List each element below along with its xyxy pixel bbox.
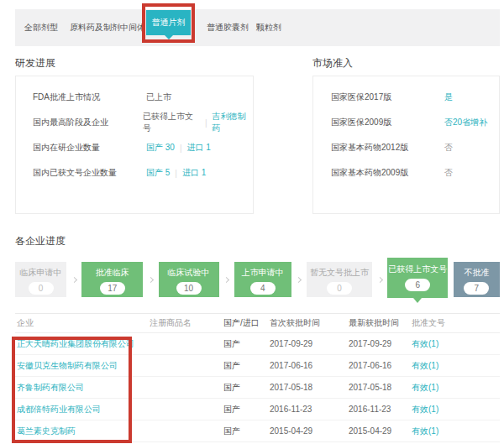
companies-table: 企业 注册商品名 国产/进口 首次获批时间 最新获批时间 批准文号 正大天晴药业… — [15, 313, 500, 442]
row-nrdl-2009: 国家医保2009版 否20省增补 — [313, 110, 499, 135]
tab-common-capsule[interactable]: 普通胶囊剂 — [207, 9, 249, 46]
caret-down-icon — [413, 298, 422, 303]
developing-import-link[interactable]: 进口 1 — [187, 142, 211, 154]
latest-approval-cell: 2017-06-16 — [349, 361, 412, 370]
tab-granules[interactable]: 颗粒剂 — [256, 9, 281, 46]
origin-cell: 国产 — [223, 338, 270, 350]
eml-2012-label: 国家基本药物2012版 — [331, 142, 444, 154]
table-row: 正大天晴药业集团股份有限公司 国产 2017-09-29 2017-09-29 … — [15, 333, 500, 355]
col-header-origin: 国产/进口 — [223, 317, 270, 329]
first-approval-cell: 2017-09-29 — [270, 339, 349, 348]
drug-detail-page: 全部剂型 原料药及制剂中间体 普通胶囊剂 颗粒剂 普通片剂 研发进展 市场准入 … — [0, 0, 504, 444]
row-eml-2009: 国家基本药物2009版 否 — [313, 160, 499, 185]
first-approval-cell: 2015-04-29 — [270, 426, 349, 436]
stage-count-badge: 0 — [327, 282, 352, 295]
stage-clinical-trial[interactable]: 临床试验中 10 — [159, 262, 219, 297]
stage-clinical-approved[interactable]: 批准临床 17 — [81, 262, 143, 297]
developing-count-label: 国内在研企业数量 — [33, 142, 146, 154]
stage-pipeline: 临床申请中 0 批准临床 17 临床试验中 10 上市申请中 4 暂无文号批上市… — [15, 259, 500, 300]
approval-number-link[interactable]: 有效(1) — [412, 360, 500, 372]
table-row: 葛兰素史克制药 国产 2015-04-29 2015-04-29 有效(1) — [15, 420, 500, 442]
stage-count-badge: 7 — [464, 282, 489, 295]
row-fda-status: FDA批准上市情况 已上市 — [16, 85, 253, 110]
table-row: 成都倍特药业有限公司 国产 2016-11-23 2016-11-23 有效(1… — [15, 399, 500, 420]
stage-not-approved[interactable]: 不批准 7 — [454, 262, 500, 297]
gilead-company-link[interactable]: 吉利德制药 — [212, 111, 253, 134]
first-approval-cell: 2017-05-18 — [270, 383, 349, 392]
approved-count-label: 国内已获文号企业数量 — [33, 167, 146, 179]
company-progress-title: 各企业进度 — [15, 234, 66, 248]
eml-2012-value: 否 — [444, 142, 453, 154]
eml-2009-value: 否 — [444, 167, 453, 179]
first-approval-cell: 2017-06-16 — [270, 361, 349, 370]
approval-number-link[interactable]: 有效(1) — [412, 426, 500, 437]
company-link[interactable]: 安徽贝克生物制药有限公司 — [15, 360, 150, 372]
highest-stage-label: 国内最高阶段及企业 — [33, 117, 143, 128]
col-header-first-approval: 首次获批时间 — [270, 317, 349, 329]
table-header-row: 企业 注册商品名 国产/进口 首次获批时间 最新获批时间 批准文号 — [15, 313, 500, 333]
approval-number-link[interactable]: 有效(1) — [412, 404, 500, 415]
table-row: 齐鲁制药有限公司 国产 2017-05-18 2017-05-18 有效(1) — [15, 377, 500, 399]
row-developing-count: 国内在研企业数量 国产 30 | 进口 1 — [16, 135, 253, 160]
approved-import-link[interactable]: 进口 1 — [182, 167, 206, 179]
market-access-card: 国家医保2017版 是 国家医保2009版 否20省增补 国家基本药物2012版… — [312, 76, 500, 214]
approval-number-link[interactable]: 有效(1) — [412, 338, 500, 350]
chevron-right-icon — [223, 276, 229, 282]
tab-all-forms[interactable]: 全部剂型 — [24, 9, 58, 46]
dosage-form-tabbar: 全部剂型 原料药及制剂中间体 普通胶囊剂 颗粒剂 — [15, 9, 500, 46]
col-header-latest-approval: 最新获批时间 — [349, 317, 412, 329]
row-highest-stage: 国内最高阶段及企业 已获得上市文号 | 吉利德制药 — [16, 110, 253, 135]
developing-domestic-link[interactable]: 国产 30 — [146, 142, 175, 154]
origin-cell: 国产 — [223, 404, 270, 415]
row-eml-2012: 国家基本药物2012版 否 — [313, 135, 499, 160]
nrdl-2009-label: 国家医保2009版 — [331, 117, 444, 128]
company-link[interactable]: 齐鲁制药有限公司 — [15, 382, 150, 394]
rnd-progress-title: 研发进展 — [15, 56, 55, 71]
divider: | — [205, 118, 207, 128]
nrdl-2017-label: 国家医保2017版 — [331, 91, 444, 103]
tab-common-tablet-active[interactable]: 普通片剂 — [146, 10, 191, 35]
company-link[interactable]: 成都倍特药业有限公司 — [15, 404, 150, 415]
company-link[interactable]: 正大天晴药业集团股份有限公司 — [15, 338, 150, 350]
tab-common-tablet-label: 普通片剂 — [152, 18, 186, 27]
approved-domestic-link[interactable]: 国产 5 — [146, 167, 170, 179]
fda-status-value: 已上市 — [146, 91, 171, 103]
origin-cell: 国产 — [223, 426, 270, 437]
nrdl-2017-value[interactable]: 是 — [444, 91, 453, 103]
divider: | — [180, 144, 182, 153]
stage-listing-applying[interactable]: 上市申请中 4 — [234, 262, 291, 297]
origin-cell: 国产 — [223, 382, 270, 394]
chevron-right-icon — [296, 276, 302, 282]
tab-api-and-intermediates[interactable]: 原料药及制剂中间体 — [70, 9, 145, 46]
latest-approval-cell: 2016-11-23 — [349, 405, 412, 414]
market-access-title: 市场准入 — [312, 56, 353, 71]
latest-approval-cell: 2017-05-18 — [349, 383, 412, 392]
rnd-progress-card: FDA批准上市情况 已上市 国内最高阶段及企业 已获得上市文号 | 吉利德制药 … — [15, 76, 254, 214]
stage-count-badge: 10 — [176, 282, 202, 295]
stage-no-license-approved[interactable]: 暂无文号批上市 0 — [307, 262, 372, 297]
company-link[interactable]: 葛兰素史克制药 — [15, 426, 150, 437]
nrdl-2009-value[interactable]: 否20省增补 — [444, 117, 487, 128]
fda-status-label: FDA批准上市情况 — [33, 91, 146, 103]
highest-stage-value: 已获得上市文号 — [143, 111, 200, 134]
caret-down-icon — [165, 35, 173, 39]
stage-clinical-applying[interactable]: 临床申请中 0 — [15, 262, 66, 297]
stage-count-badge: 6 — [405, 279, 430, 291]
row-nrdl-2017: 国家医保2017版 是 — [313, 85, 499, 110]
col-header-company: 企业 — [15, 317, 150, 329]
latest-approval-cell: 2015-04-29 — [349, 426, 412, 436]
first-approval-cell: 2016-11-23 — [270, 405, 349, 414]
latest-approval-cell: 2017-09-29 — [349, 339, 412, 348]
eml-2009-label: 国家基本药物2009版 — [331, 167, 444, 179]
approval-number-link[interactable]: 有效(1) — [412, 382, 500, 394]
divider: | — [175, 169, 177, 178]
chevron-right-icon — [377, 276, 383, 282]
stage-count-badge: 4 — [250, 282, 276, 295]
table-row: 安徽贝克生物制药有限公司 国产 2017-06-16 2017-06-16 有效… — [15, 355, 500, 377]
row-approved-count: 国内已获文号企业数量 国产 5 | 进口 1 — [16, 160, 253, 185]
col-header-approval-number: 批准文号 — [412, 317, 500, 329]
stage-count-badge: 0 — [29, 282, 54, 295]
stage-license-obtained-selected[interactable]: 已获得上市文号 6 — [387, 258, 448, 298]
chevron-right-icon — [148, 276, 154, 282]
origin-cell: 国产 — [223, 360, 270, 372]
